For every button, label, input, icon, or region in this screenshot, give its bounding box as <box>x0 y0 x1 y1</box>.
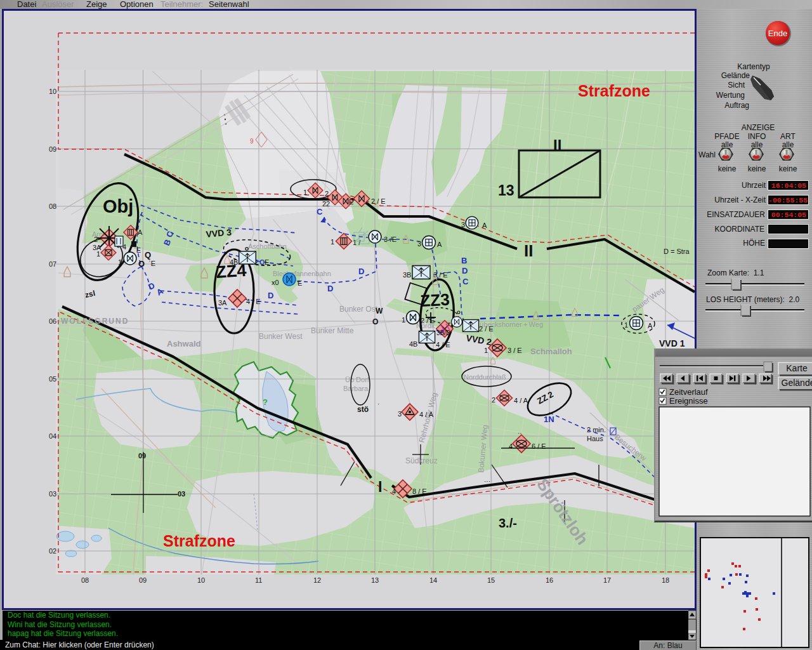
svg-text:ANZEIGE: ANZEIGE <box>742 123 775 132</box>
svg-text:keine: keine <box>748 164 766 173</box>
svg-text:Wahl: Wahl <box>698 150 716 159</box>
svg-text:C: C <box>462 277 469 286</box>
svg-text:3: 3 <box>461 221 465 229</box>
svg-text:Bunker Mitte: Bunker Mitte <box>311 326 354 335</box>
svg-text:04: 04 <box>49 432 56 440</box>
svg-text:Norddurchlaß: Norddurchlaß <box>464 373 506 381</box>
svg-text:D: D <box>327 284 333 293</box>
svg-text:4: 4 <box>392 488 396 495</box>
svg-text:1: 1 <box>331 238 334 246</box>
svg-text:E: E <box>349 198 353 206</box>
svg-text:Bunker Ost: Bunker Ost <box>339 305 378 314</box>
svg-text:1N: 1N <box>544 415 554 424</box>
svg-text:2: 2 <box>325 190 329 197</box>
svg-text:Strafzone: Strafzone <box>578 82 650 100</box>
svg-text:II: II <box>553 136 561 154</box>
svg-text:O: O <box>372 317 378 326</box>
svg-text:INFO: INFO <box>748 132 766 141</box>
svg-text:ZZ3: ZZ3 <box>420 290 450 310</box>
svg-text:Uhrzeit - X-Zeit: Uhrzeit - X-Zeit <box>714 196 766 204</box>
svg-text:09: 09 <box>139 576 147 584</box>
svg-text:2: 2 <box>94 235 98 243</box>
svg-text:II: II <box>524 241 533 260</box>
svg-text:17: 17 <box>603 576 611 584</box>
svg-text:·: · <box>377 401 379 408</box>
svg-text:А: А <box>138 229 143 236</box>
svg-text:Auftrag: Auftrag <box>724 101 749 110</box>
svg-text:2: 2 <box>492 396 495 404</box>
svg-text:PFADE: PFADE <box>714 132 739 141</box>
svg-text:D: D <box>268 291 273 300</box>
svg-text:ʾE: ʾE <box>134 246 141 254</box>
svg-text:Barbara: Barbara <box>343 385 369 392</box>
svg-text:1: 1 <box>96 250 100 258</box>
svg-text:Gelände: Gelände <box>721 71 750 80</box>
svg-text:4: 4 <box>122 243 126 251</box>
svg-text:1: 1 <box>118 258 122 266</box>
svg-text:2 min.: 2 min. <box>587 426 606 434</box>
svg-text:4 / E: 4 / E <box>436 341 450 348</box>
svg-text:VVD 1: VVD 1 <box>659 338 685 348</box>
svg-text:1: 1 <box>402 316 405 324</box>
svg-text:Q: Q <box>145 250 151 260</box>
svg-text:8 / E: 8 / E <box>412 488 427 495</box>
svg-text:3B/D: 3B/D <box>436 329 450 336</box>
svg-text:3./-: 3./- <box>499 516 517 530</box>
svg-text:A: A <box>437 241 442 248</box>
svg-text:09: 09 <box>49 145 56 153</box>
svg-text:Ereignisse: Ereignisse <box>669 396 708 406</box>
svg-text:10: 10 <box>49 88 56 95</box>
svg-text:9: 9 <box>250 138 254 145</box>
svg-text:4 / E: 4 / E <box>246 298 261 305</box>
svg-text:4B: 4B <box>230 258 238 266</box>
svg-text:Strafzone: Strafzone <box>163 532 235 550</box>
svg-text:07: 07 <box>49 260 56 268</box>
svg-text:15: 15 <box>487 576 495 584</box>
svg-text:1: 1 <box>484 347 488 354</box>
svg-text:A: A <box>648 322 653 329</box>
svg-text:x0: x0 <box>272 279 279 286</box>
svg-text:3 / E: 3 / E <box>508 347 522 354</box>
svg-text:I: I <box>378 479 382 495</box>
svg-text:D = Stra: D = Stra <box>664 248 690 255</box>
svg-text:3B: 3B <box>403 271 411 279</box>
svg-text:1: 1 <box>303 189 307 196</box>
svg-text:Sicht: Sicht <box>728 81 745 90</box>
svg-text:18: 18 <box>662 576 669 584</box>
svg-text:13: 13 <box>498 182 514 199</box>
svg-text:Aschoffbahn: Aschoffbahn <box>248 242 287 250</box>
svg-text:B: B <box>461 256 467 265</box>
svg-text:2 / E: 2 / E <box>479 325 494 333</box>
svg-text:EINSATZDAUER: EINSATZDAUER <box>707 210 765 219</box>
svg-text:4: 4 <box>509 442 513 450</box>
svg-text:13: 13 <box>371 576 379 584</box>
svg-text:alle: alle <box>721 140 733 149</box>
svg-text:D: D <box>462 266 468 275</box>
svg-text:D: D <box>358 267 364 276</box>
svg-text:4 / A: 4 / A <box>419 411 434 418</box>
svg-text:Obj: Obj <box>103 196 133 216</box>
svg-text:08: 08 <box>81 576 89 584</box>
svg-text:05: 05 <box>49 375 56 383</box>
svg-text:···: ··· <box>484 478 490 485</box>
svg-text:Gelände: Gelände <box>782 378 812 388</box>
svg-text:O: O <box>138 259 145 269</box>
svg-text:3: 3 <box>398 410 402 418</box>
svg-text:?: ? <box>263 397 268 407</box>
svg-text:alle: alle <box>782 140 794 149</box>
svg-text:22: 22 <box>322 200 330 208</box>
svg-text:06: 06 <box>49 317 56 325</box>
svg-text:keine: keine <box>718 164 737 173</box>
svg-text:02: 02 <box>49 547 56 555</box>
svg-text:WOLFSGRUND: WOLFSGRUND <box>61 317 129 326</box>
svg-text:14: 14 <box>429 576 437 584</box>
svg-text:3: 3 <box>417 240 421 248</box>
svg-text:ʾE: ʾE <box>148 260 155 267</box>
svg-text:Zoom Karte: 1.1: Zoom Karte: 1.1 <box>707 269 764 277</box>
svg-text:11: 11 <box>255 576 262 584</box>
svg-text:KOORDINATE: KOORDINATE <box>715 225 764 234</box>
svg-text:10: 10 <box>197 576 205 584</box>
svg-text:W: W <box>376 307 383 315</box>
svg-text:6 / E: 6 / E <box>532 442 546 450</box>
svg-text:LOS HEIGHT (meters): 2.0: LOS HEIGHT (meters): 2.0 <box>706 295 799 304</box>
